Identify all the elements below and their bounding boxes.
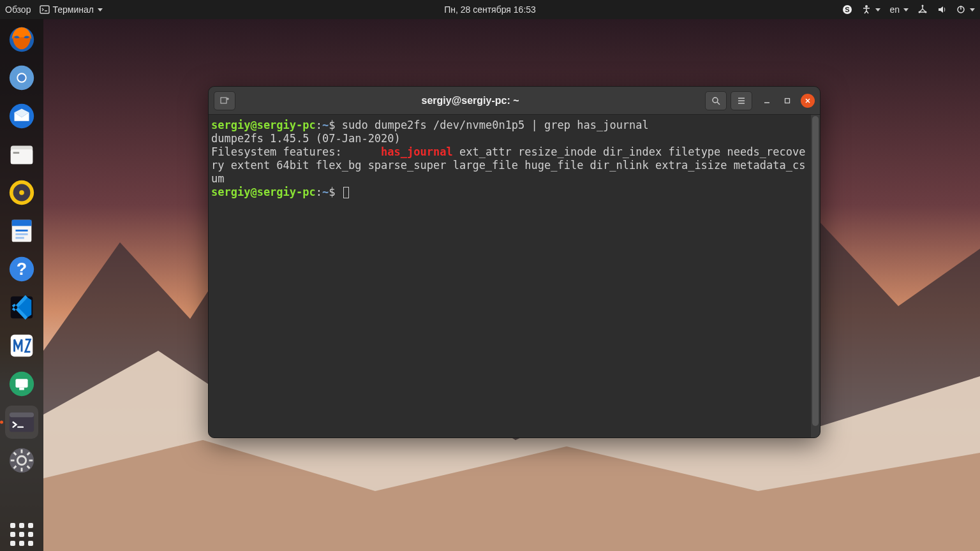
dock-remmina[interactable]: [5, 367, 38, 400]
volume-indicator[interactable]: [937, 4, 947, 15]
svg-point-4: [865, 5, 868, 8]
dock-thunderbird[interactable]: [5, 99, 38, 133]
svg-rect-34: [10, 413, 34, 418]
dock-vscode[interactable]: [5, 291, 38, 324]
activities-button[interactable]: Обзор: [5, 4, 31, 15]
maximize-button[interactable]: [780, 94, 794, 108]
close-button[interactable]: [801, 94, 815, 108]
new-tab-button[interactable]: [214, 91, 235, 110]
svg-rect-25: [15, 237, 24, 239]
window-title: sergiy@sergiy-pc: ~: [239, 95, 701, 107]
svg-rect-24: [15, 233, 27, 235]
svg-rect-23: [15, 230, 27, 231]
dock-settings[interactable]: [5, 444, 38, 477]
svg-point-5: [919, 11, 921, 13]
dock-firefox[interactable]: [5, 23, 38, 56]
svg-rect-55: [785, 98, 790, 103]
svg-rect-17: [13, 152, 20, 154]
titlebar[interactable]: sergiy@sergiy-pc: ~: [209, 87, 820, 115]
dock-rhythmbox[interactable]: [5, 176, 38, 209]
hamburger-menu-button[interactable]: [731, 91, 752, 110]
svg-point-49: [713, 98, 718, 103]
svg-text:?: ?: [17, 260, 27, 279]
svg-text:S: S: [845, 6, 850, 13]
svg-point-13: [18, 74, 26, 82]
top-bar: Обзор Терминал Пн, 28 сентября 16:53 S e…: [0, 0, 980, 19]
search-button[interactable]: [705, 91, 727, 110]
terminal-output-line: Filesystem features:: [211, 145, 381, 158]
svg-rect-31: [15, 379, 27, 387]
terminal-icon: [40, 4, 50, 15]
svg-point-7: [922, 5, 924, 7]
dock-terminal[interactable]: [5, 406, 38, 439]
terminal-output-line: dumpe2fs 1.45.5 (07-Jan-2020): [211, 132, 401, 145]
power-menu[interactable]: [956, 4, 975, 15]
svg-rect-32: [19, 388, 24, 390]
dock-virtualbox[interactable]: [5, 329, 38, 362]
dock-files[interactable]: [5, 138, 38, 171]
terminal-content[interactable]: sergiy@sergiy-pc:~$ sudo dumpe2fs /dev/n…: [209, 115, 820, 437]
minimize-button[interactable]: [760, 94, 774, 108]
terminal-cursor: [343, 187, 349, 198]
dock-chromium[interactable]: [5, 61, 38, 94]
svg-rect-22: [12, 220, 32, 226]
scrollbar[interactable]: [812, 116, 819, 426]
svg-rect-16: [11, 149, 33, 164]
skype-indicator[interactable]: S: [842, 4, 852, 15]
keyboard-layout[interactable]: en: [889, 4, 909, 15]
svg-rect-1: [40, 6, 49, 13]
terminal-command: sudo dumpe2fs /dev/nvme0n1p5 | grep has_…: [342, 119, 649, 131]
dock-libreoffice-writer[interactable]: [5, 214, 38, 247]
terminal-window: sergiy@sergiy-pc: ~ sergiy@sergiy-pc:~$ …: [208, 86, 820, 438]
svg-rect-46: [221, 98, 226, 103]
show-applications[interactable]: [5, 518, 38, 551]
accessibility-menu[interactable]: [861, 4, 880, 15]
grep-match: has_journal: [381, 145, 453, 158]
svg-point-6: [925, 11, 927, 13]
clock[interactable]: Пн, 28 сентября 16:53: [444, 4, 536, 15]
svg-point-20: [19, 190, 24, 195]
svg-line-50: [717, 102, 720, 105]
chevron-down-icon: [98, 8, 103, 11]
app-menu[interactable]: Терминал: [40, 4, 102, 15]
dock-help[interactable]: ?: [5, 253, 38, 286]
network-indicator[interactable]: [917, 4, 928, 15]
dock: ?: [0, 19, 43, 551]
